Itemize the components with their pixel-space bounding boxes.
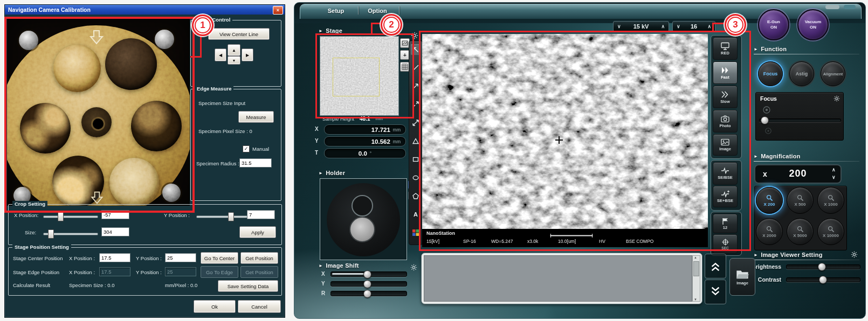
crop-y-slider-thumb[interactable] (228, 212, 234, 221)
focus-coarse-icon[interactable] (762, 106, 771, 114)
astig-function-button[interactable]: Astig (789, 61, 814, 86)
stage-field-of-view-rect[interactable] (333, 58, 380, 96)
crop-size-slider[interactable] (43, 233, 98, 235)
se-bse-button[interactable]: SE/BSE (713, 162, 738, 185)
close-button[interactable]: × (273, 6, 283, 15)
red-display-button[interactable]: RED (713, 37, 738, 60)
image-viewer-gear-icon[interactable] (851, 251, 858, 258)
crop-y-slider[interactable] (196, 215, 251, 218)
crop-x-slider-thumb[interactable] (58, 212, 64, 221)
save-setting-data-button[interactable]: Save Setting Data (218, 280, 278, 292)
triangle-tool[interactable] (411, 136, 421, 146)
shift-y-slider[interactable] (330, 281, 407, 287)
gallery-gear-icon[interactable] (410, 264, 417, 271)
crosshair-button[interactable]: SEC (713, 234, 738, 254)
apply-button[interactable]: Apply (239, 226, 276, 238)
specimen-radius-input[interactable]: 31.5 (239, 158, 272, 168)
tab-option[interactable]: Option (360, 4, 395, 17)
go-to-center-button[interactable]: Go To Center (201, 252, 238, 264)
mag-x2000-button[interactable]: X 2000 (756, 218, 783, 245)
brightness-knob[interactable] (818, 263, 826, 271)
arrow-tool[interactable] (411, 81, 421, 92)
hv-decrease-icon[interactable]: ∨ (617, 24, 621, 29)
focus-slider-knob[interactable] (761, 116, 769, 124)
mag-x5000-button[interactable]: X 5000 (787, 218, 814, 245)
arrow-tail-tool[interactable] (411, 99, 421, 110)
double-arrow-tool[interactable] (411, 117, 421, 128)
stage-navigation-thumbnail[interactable] (320, 36, 399, 116)
contrast-knob[interactable] (819, 276, 827, 284)
crop-x-input[interactable]: -57 (101, 210, 129, 219)
holder-slot-active[interactable] (349, 217, 375, 242)
hv-increase-icon[interactable]: ∧ (661, 24, 665, 29)
flag-12-button[interactable]: 12 (713, 214, 738, 233)
accelerating-voltage-spinner[interactable]: ∨ 15 kV ∧ (613, 21, 669, 32)
mag-x1000-button[interactable]: X 1000 (817, 187, 844, 214)
ok-button[interactable]: Ok (194, 300, 236, 313)
center-y-input[interactable]: 25 (165, 253, 196, 262)
sem-image-view[interactable]: NanoStation 15[kV] SP-16 WD=5.247 x3.0k … (422, 34, 708, 247)
crop-x-slider[interactable] (43, 215, 98, 218)
shift-x-slider[interactable] (330, 271, 407, 277)
egun-on-button[interactable]: E-Gun ON (758, 9, 789, 40)
view-center-line-button[interactable]: View Center Line (208, 28, 270, 40)
text-tool[interactable]: A (411, 209, 421, 220)
se-plus-bse-button[interactable]: SE+BSE (713, 186, 738, 207)
stage-down-button[interactable]: ▼ (228, 56, 240, 65)
polygon-tool[interactable] (411, 191, 421, 201)
shift-y-knob[interactable] (363, 280, 371, 288)
focus-fine-icon[interactable] (764, 127, 772, 135)
center-x-input[interactable]: 17.5 (99, 253, 130, 262)
focus-slider[interactable] (759, 118, 841, 122)
toolbar-gear-icon[interactable] (411, 32, 418, 39)
rectangle-tool[interactable] (411, 154, 421, 165)
mag-spin-down-icon[interactable]: ∨ (832, 175, 836, 180)
stage-left-button[interactable]: ◀ (215, 48, 226, 61)
measure-button[interactable]: Measure (238, 111, 274, 123)
crop-y-input[interactable]: 7 (247, 210, 275, 219)
scroll-up-icon[interactable]: ▲ (694, 256, 697, 259)
holder-map[interactable] (320, 178, 407, 260)
gallery-page-up-button[interactable] (705, 254, 726, 278)
get-position-button[interactable]: Get Position (240, 252, 278, 264)
image-capture-button[interactable]: Image (713, 134, 738, 156)
focus-function-button[interactable]: Focus (758, 61, 783, 86)
line-tool[interactable] (411, 62, 421, 73)
tab-setup[interactable]: Setup (319, 4, 353, 17)
stage-right-button[interactable]: ▶ (242, 48, 253, 61)
gallery-scrollbar[interactable]: ▲ ▼ (692, 255, 700, 302)
shift-x-knob[interactable] (363, 270, 371, 278)
stage-up-button[interactable]: ▲ (228, 44, 240, 56)
spot-increase-icon[interactable]: ∧ (707, 24, 711, 29)
gallery-page-down-button[interactable] (705, 280, 726, 304)
holder-slot-top[interactable] (352, 195, 373, 217)
mag-x500-button[interactable]: X 500 (787, 187, 814, 214)
pointer-tool[interactable] (411, 44, 421, 55)
navigation-camera-view[interactable] (7, 17, 190, 206)
gallery-scroll-thumb[interactable] (693, 261, 699, 276)
spot-size-spinner[interactable]: ∨ 16 ∧ (672, 21, 715, 32)
scroll-down-icon[interactable]: ▼ (694, 298, 697, 301)
alignment-function-button[interactable]: Alignment (821, 61, 845, 86)
cancel-button[interactable]: Cancel (238, 300, 281, 313)
mag-x10000-button[interactable]: X 10000 (817, 218, 844, 245)
spot-decrease-icon[interactable]: ∨ (677, 24, 680, 29)
slow-scan-button[interactable]: Slow (713, 86, 738, 108)
contrast-slider[interactable] (786, 277, 860, 282)
vacuum-on-button[interactable]: Vacuum ON (797, 9, 829, 40)
focus-panel-gear-icon[interactable] (833, 95, 840, 102)
magnification-input[interactable]: x 200 ∧ ∨ (754, 164, 842, 184)
fast-scan-button[interactable]: Fast (713, 61, 738, 84)
photo-button[interactable]: Photo (713, 110, 738, 132)
window-minimize-pill[interactable] (825, 5, 839, 9)
shift-r-slider[interactable] (330, 291, 407, 296)
shift-r-knob[interactable] (363, 290, 371, 298)
crop-size-slider-thumb[interactable] (48, 229, 54, 239)
image-folder-button[interactable]: Image (729, 258, 755, 296)
crop-size-input[interactable]: 304 (101, 227, 129, 236)
mag-x200-button[interactable]: X 200 (756, 187, 783, 214)
brightness-slider[interactable] (786, 264, 860, 269)
ellipse-tool[interactable] (411, 172, 421, 183)
window-close-pill[interactable] (844, 5, 856, 9)
manual-checkbox[interactable]: ✓ (243, 145, 250, 152)
